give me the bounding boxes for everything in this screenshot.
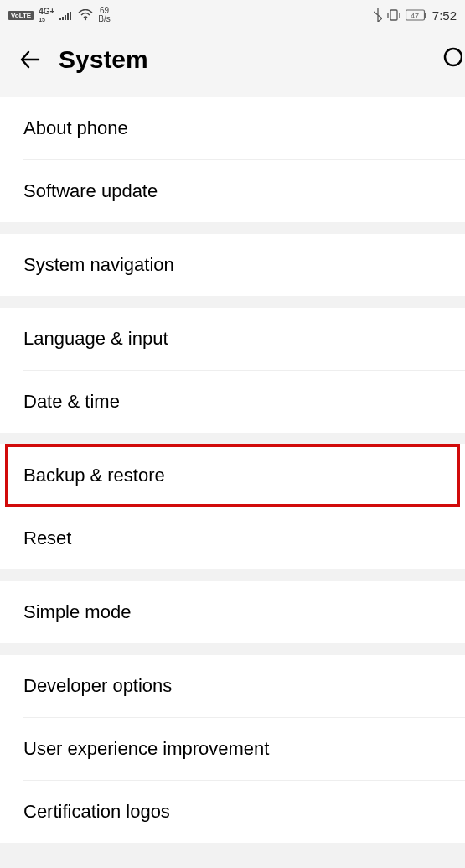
volte-badge: VoLTE bbox=[8, 11, 34, 20]
row-label: User experience improvement bbox=[23, 738, 269, 759]
settings-group: About phoneSoftware update bbox=[0, 97, 465, 222]
row-label: Simple mode bbox=[23, 601, 131, 622]
row-label: About phone bbox=[23, 117, 128, 138]
row-date-time[interactable]: Date & time bbox=[0, 371, 465, 433]
settings-group: Language & inputDate & time bbox=[0, 308, 465, 433]
settings-group: Simple mode bbox=[0, 581, 465, 643]
status-bar: VoLTE 4G+ 15 69 B/s 47 7:52 bbox=[0, 0, 465, 30]
svg-point-5 bbox=[445, 49, 462, 65]
settings-group: Developer optionsUser experience improve… bbox=[0, 655, 465, 843]
row-label: Language & input bbox=[23, 328, 168, 349]
signal-icon bbox=[59, 10, 73, 20]
row-label: Certification logos bbox=[23, 801, 170, 822]
status-time: 7:52 bbox=[432, 8, 457, 23]
row-label: Reset bbox=[23, 528, 71, 548]
settings-list: About phoneSoftware updateSystem navigat… bbox=[0, 97, 465, 843]
vibrate-icon bbox=[387, 9, 400, 21]
settings-group: System navigation bbox=[0, 234, 465, 296]
network-speed: 69 B/s bbox=[98, 7, 110, 23]
network-type: 4G+ 15 bbox=[39, 8, 54, 23]
row-system-navigation[interactable]: System navigation bbox=[0, 234, 465, 296]
row-developer-options[interactable]: Developer options bbox=[0, 655, 465, 717]
status-right: 47 7:52 bbox=[374, 8, 457, 23]
row-label: Software update bbox=[23, 180, 158, 201]
row-about-phone[interactable]: About phone bbox=[0, 97, 465, 159]
row-label: Date & time bbox=[23, 391, 120, 412]
svg-text:47: 47 bbox=[411, 12, 419, 20]
row-label: Developer options bbox=[23, 675, 172, 696]
row-backup-restore[interactable]: Backup & restore bbox=[0, 444, 465, 507]
bluetooth-icon bbox=[374, 8, 382, 22]
svg-point-0 bbox=[85, 18, 86, 20]
row-certification-logos[interactable]: Certification logos bbox=[0, 781, 465, 843]
battery-icon: 47 bbox=[406, 9, 427, 21]
wifi-icon bbox=[78, 9, 93, 21]
search-icon bbox=[437, 45, 462, 70]
page-title: System bbox=[59, 45, 148, 74]
status-left: VoLTE 4G+ 15 69 B/s bbox=[8, 7, 111, 23]
back-button[interactable] bbox=[10, 46, 50, 73]
svg-rect-1 bbox=[390, 10, 397, 20]
row-software-update[interactable]: Software update bbox=[0, 160, 465, 222]
svg-rect-3 bbox=[425, 13, 426, 18]
page-header: System bbox=[0, 30, 465, 97]
search-button[interactable] bbox=[437, 45, 462, 74]
row-language-input[interactable]: Language & input bbox=[0, 308, 465, 370]
row-label: Backup & restore bbox=[23, 465, 165, 486]
settings-group: Backup & restoreReset bbox=[0, 444, 465, 569]
back-arrow-icon bbox=[17, 46, 44, 73]
row-simple-mode[interactable]: Simple mode bbox=[0, 581, 465, 643]
row-reset[interactable]: Reset bbox=[0, 507, 465, 569]
row-label: System navigation bbox=[23, 254, 174, 275]
row-user-experience[interactable]: User experience improvement bbox=[0, 718, 465, 780]
